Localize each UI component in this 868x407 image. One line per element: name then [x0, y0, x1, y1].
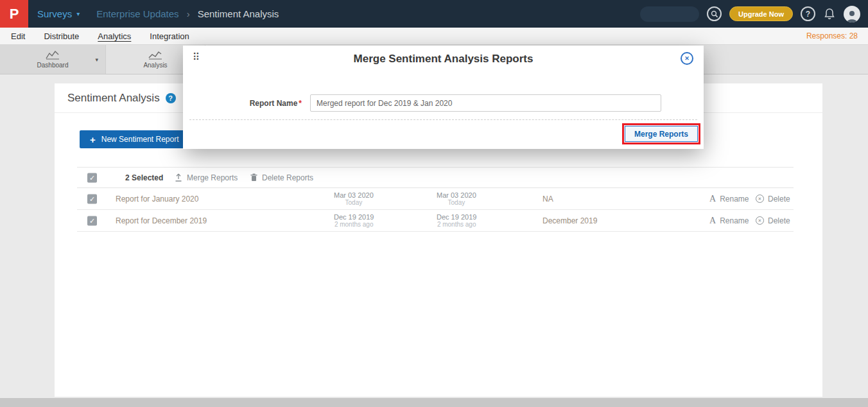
modal-title: Merge Sentiment Analysis Reports — [183, 53, 704, 65]
report-name[interactable]: Report for January 2020 — [116, 188, 198, 209]
merge-reports-modal: ⠿ Merge Sentiment Analysis Reports ✕ Rep… — [183, 46, 704, 149]
new-sentiment-report-label: New Sentiment Report — [101, 135, 179, 144]
rename-icon: A — [709, 216, 716, 226]
delete-label: Delete — [768, 195, 790, 204]
table-row[interactable]: ✓ Report for January 2020 Mar 03 2020 To… — [77, 188, 794, 210]
report-period: NA — [542, 188, 553, 209]
delete-label: Delete — [768, 216, 790, 225]
created-date-value: Mar 03 2020 — [334, 191, 374, 199]
rename-label: Rename — [720, 216, 749, 225]
created-date-relative: 2 months ago — [334, 221, 374, 229]
survey-tabbar: Edit Distribute Analytics Integration Re… — [0, 28, 868, 45]
notifications-bell-icon[interactable] — [823, 8, 836, 21]
x-glyph: ✕ — [758, 218, 762, 223]
merge-icon — [175, 173, 182, 182]
rename-button[interactable]: A Rename — [709, 188, 749, 209]
top-navbar: P Surveys ▾ Enterprise Updates › Sentime… — [0, 0, 868, 28]
chevron-down-icon: ▾ — [76, 10, 80, 17]
report-period: December 2019 — [542, 210, 597, 231]
toolbar-dashboard[interactable]: Dashboard ▾ — [0, 45, 106, 74]
tab-edit[interactable]: Edit — [11, 31, 25, 41]
page-title: Sentiment Analysis — [67, 92, 160, 105]
report-name[interactable]: Report for December 2019 — [116, 210, 207, 231]
scatter-chart-icon — [148, 50, 162, 60]
modified-date: Mar 03 2020 Today — [437, 188, 476, 209]
surveys-menu[interactable]: Surveys ▾ — [37, 8, 80, 19]
delete-reports-action[interactable]: Delete Reports — [250, 168, 313, 187]
close-icon[interactable]: ✕ — [681, 52, 693, 65]
plus-icon: + — [90, 134, 96, 145]
brand-logo: P — [0, 0, 28, 28]
responses-count[interactable]: Responses: 28 — [806, 31, 868, 40]
line-chart-icon — [46, 50, 60, 60]
breadcrumb-parent[interactable]: Enterprise Updates — [96, 8, 178, 19]
delete-icon: ✕ — [756, 195, 764, 203]
rename-icon: A — [709, 194, 716, 204]
app-screen: P Surveys ▾ Enterprise Updates › Sentime… — [0, 0, 868, 407]
created-date: Mar 03 2020 Today — [334, 188, 374, 209]
rename-label: Rename — [720, 195, 749, 204]
delete-icon: ✕ — [756, 216, 764, 225]
delete-button[interactable]: ✕ Delete — [756, 210, 790, 231]
delete-button[interactable]: ✕ Delete — [756, 188, 790, 209]
page-help-icon[interactable]: ? — [166, 93, 176, 103]
toolbar-analysis-label: Analysis — [143, 62, 167, 69]
check-icon: ✓ — [89, 173, 95, 182]
required-marker: * — [299, 99, 302, 108]
created-date: Dec 19 2019 2 months ago — [334, 210, 374, 231]
click-target-highlight: Merge Reports — [622, 123, 700, 144]
modal-footer-divider — [189, 119, 697, 120]
modified-date-value: Mar 03 2020 — [437, 191, 476, 199]
report-name-label: Report Name* — [183, 99, 302, 108]
new-sentiment-report-button[interactable]: + New Sentiment Report — [80, 130, 189, 148]
page-footer — [0, 398, 868, 407]
surveys-menu-label: Surveys — [37, 8, 72, 19]
select-all-checkbox[interactable]: ✓ — [87, 173, 97, 182]
tab-analytics[interactable]: Analytics — [98, 31, 131, 41]
search-icon[interactable] — [707, 6, 722, 21]
trash-icon — [250, 173, 257, 182]
breadcrumb-current: Sentiment Analysis — [198, 8, 279, 19]
created-date-relative: Today — [345, 199, 363, 207]
merge-reports-submit-button[interactable]: Merge Reports — [625, 126, 698, 142]
help-icon[interactable]: ? — [801, 6, 815, 21]
search-input[interactable] — [640, 6, 699, 22]
tab-distribute[interactable]: Distribute — [44, 31, 79, 41]
report-name-label-text: Report Name — [250, 99, 298, 108]
selected-count: 2 Selected — [125, 168, 163, 187]
merge-reports-action-label: Merge Reports — [187, 173, 238, 182]
reports-table: ✓ 2 Selected Merge Reports Delete Report… — [77, 167, 794, 232]
upgrade-now-button[interactable]: Upgrade Now — [729, 6, 793, 21]
check-icon: ✓ — [89, 195, 95, 203]
x-glyph: ✕ — [684, 55, 690, 62]
topnav-actions: Upgrade Now ? — [640, 6, 868, 22]
check-icon: ✓ — [89, 216, 95, 225]
delete-reports-action-label: Delete Reports — [262, 173, 313, 182]
row-checkbox[interactable]: ✓ — [87, 194, 97, 204]
toolbar-dashboard-label: Dashboard — [37, 62, 69, 69]
selection-bar: ✓ 2 Selected Merge Reports Delete Report… — [77, 167, 794, 188]
chevron-down-icon[interactable]: ▾ — [95, 56, 98, 63]
created-date-value: Dec 19 2019 — [334, 213, 374, 221]
modified-date-relative: Today — [448, 199, 465, 207]
table-row[interactable]: ✓ Report for December 2019 Dec 19 2019 2… — [77, 210, 794, 232]
modified-date-value: Dec 19 2019 — [437, 213, 476, 221]
rename-button[interactable]: A Rename — [709, 210, 749, 231]
row-checkbox[interactable]: ✓ — [87, 216, 97, 225]
modified-date-relative: 2 months ago — [437, 221, 476, 229]
breadcrumb: Enterprise Updates › Sentiment Analysis — [96, 8, 279, 19]
breadcrumb-separator-icon: › — [187, 8, 190, 19]
tab-integration[interactable]: Integration — [150, 31, 189, 41]
modified-date: Dec 19 2019 2 months ago — [437, 210, 476, 231]
x-glyph: ✕ — [758, 196, 762, 202]
report-name-input[interactable] — [310, 94, 661, 112]
user-avatar[interactable] — [844, 6, 860, 22]
merge-reports-action[interactable]: Merge Reports — [175, 168, 238, 187]
